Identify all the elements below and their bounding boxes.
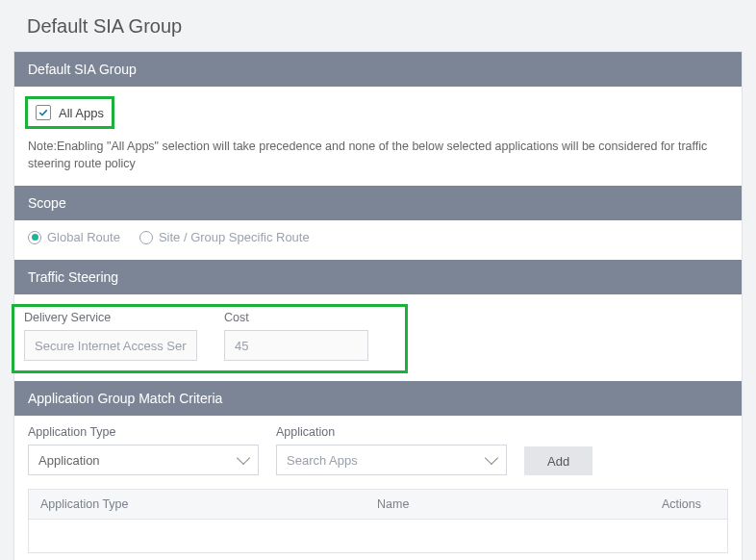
th-actions: Actions <box>650 490 727 519</box>
cost-label: Cost <box>224 311 368 324</box>
section-header-criteria: Application Group Match Criteria <box>14 381 742 416</box>
section-header-group: Default SIA Group <box>14 52 742 87</box>
all-apps-checkbox[interactable] <box>36 105 51 120</box>
delivery-service-input[interactable] <box>24 330 197 361</box>
cost-input[interactable] <box>224 330 368 361</box>
all-apps-note: Note:Enabling "All Apps" selection will … <box>28 139 728 172</box>
page-title: Default SIA Group <box>27 15 744 38</box>
chevron-down-icon <box>237 451 250 465</box>
scope-radio-group: Global Route Site / Group Specific Route <box>28 230 728 244</box>
radio-icon <box>28 231 41 244</box>
th-name: Name <box>365 490 650 519</box>
application-dropdown[interactable]: Search Apps <box>276 445 507 475</box>
th-application-type: Application Type <box>29 490 365 519</box>
check-icon <box>38 107 49 118</box>
scope-site-label: Site / Group Specific Route <box>159 230 310 244</box>
config-card: Default SIA Group All Apps Note:Enabling… <box>13 51 743 560</box>
radio-icon <box>139 231 153 244</box>
section-header-scope: Scope <box>14 186 742 220</box>
criteria-table: Application Type Name Actions <box>28 489 728 553</box>
chevron-down-icon <box>485 451 498 465</box>
scope-site-route[interactable]: Site / Group Specific Route <box>139 230 310 244</box>
traffic-highlight-box: Delivery Service Cost <box>12 304 408 373</box>
table-body-empty <box>29 520 727 552</box>
app-type-value: Application <box>38 453 100 468</box>
section-header-traffic: Traffic Steering <box>14 260 742 294</box>
all-apps-label: All Apps <box>59 106 104 120</box>
application-label: Application <box>276 425 507 439</box>
app-type-label: Application Type <box>28 425 259 439</box>
application-placeholder: Search Apps <box>287 453 358 468</box>
all-apps-checkbox-row[interactable]: All Apps <box>25 96 114 129</box>
app-type-dropdown[interactable]: Application <box>28 445 259 475</box>
scope-global-label: Global Route <box>47 230 120 244</box>
scope-global-route[interactable]: Global Route <box>28 230 120 244</box>
delivery-service-label: Delivery Service <box>24 311 197 324</box>
table-header: Application Type Name Actions <box>29 490 727 520</box>
add-button[interactable]: Add <box>524 446 592 475</box>
